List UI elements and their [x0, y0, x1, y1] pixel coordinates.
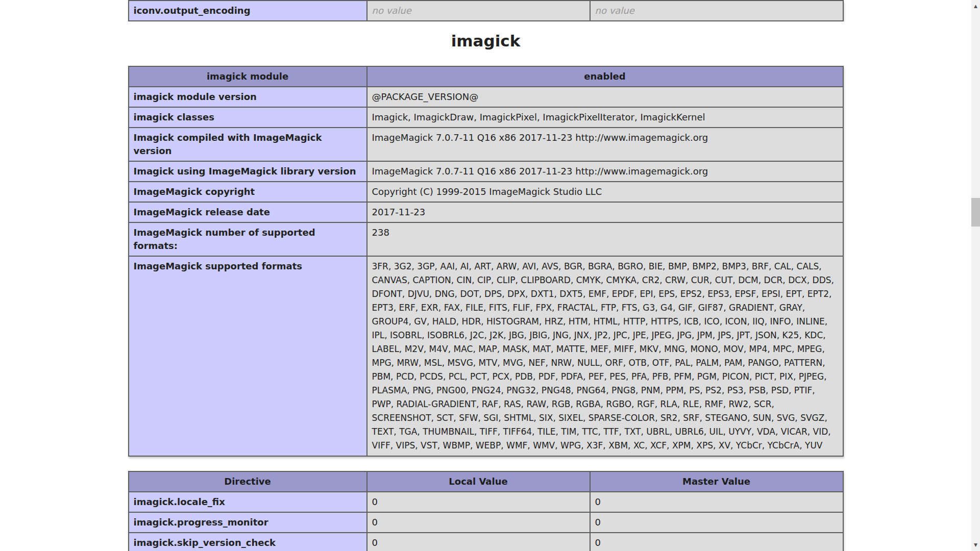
imagick-module-table: imagick module enabled imagick module ve… [128, 66, 844, 457]
table-row: ImageMagick release date 2017-11-23 [129, 202, 843, 222]
row-label-cell: ImageMagick supported formats [129, 256, 367, 456]
directive-cell: imagick.progress_monitor [129, 512, 367, 533]
table-row: Imagick using ImageMagick library versio… [129, 161, 843, 182]
iconv-table-tail: iconv.output_encoding no value no value [0, 0, 971, 21]
module-table-header-status: enabled [367, 66, 843, 87]
master-value-cell: no value [590, 1, 843, 21]
row-label-cell: Imagick compiled with ImageMagick versio… [129, 128, 367, 161]
directives-header-directive: Directive [129, 471, 367, 492]
table-row: imagick module version @PACKAGE_VERSION@ [129, 87, 843, 107]
page-content: iconv.output_encoding no value no value … [0, 0, 971, 551]
table-header-row: imagick module enabled [129, 66, 843, 87]
table-row: ImageMagick copyright Copyright (C) 1999… [129, 182, 843, 202]
vertical-scrollbar[interactable]: ▲ ▼ [971, 0, 980, 551]
local-value-cell: 0 [367, 512, 590, 533]
local-value-cell: 0 [367, 533, 590, 551]
no-value-text: no value [595, 5, 634, 16]
directive-cell: iconv.output_encoding [129, 1, 367, 21]
table-gap [0, 457, 971, 471]
row-label-cell: ImageMagick copyright [129, 182, 367, 202]
master-value-cell: 0 [590, 492, 843, 512]
row-value-cell: 2017-11-23 [367, 202, 843, 222]
section-heading-imagick: imagick [0, 32, 971, 50]
row-label-cell: Imagick using ImageMagick library versio… [129, 161, 367, 182]
table-row: imagick.locale_fix 0 0 [129, 492, 843, 512]
row-label-cell: ImageMagick number of supported formats: [129, 222, 367, 256]
module-table-header-name: imagick module [129, 66, 367, 87]
local-value-cell: 0 [367, 492, 590, 512]
directives-header-master: Master Value [590, 471, 843, 492]
row-value-cell: 238 [367, 222, 843, 256]
iconv-output-encoding-row: iconv.output_encoding no value no value [129, 1, 843, 21]
table-row: imagick.progress_monitor 0 0 [129, 512, 843, 533]
table-row: ImageMagick number of supported formats:… [129, 222, 843, 256]
table-row: imagick classes Imagick, ImagickDraw, Im… [129, 107, 843, 128]
table-header-row: Directive Local Value Master Value [129, 471, 843, 492]
scroll-up-icon: ▲ [974, 4, 977, 9]
row-value-cell: ImageMagick 7.0.7-11 Q16 x86 2017-11-23 … [367, 128, 843, 161]
scrollbar-thumb[interactable] [971, 198, 980, 227]
table-row-supported-formats: ImageMagick supported formats 3FR, 3G2, … [129, 256, 843, 456]
row-label-cell: ImageMagick release date [129, 202, 367, 222]
local-value-cell: no value [367, 1, 590, 21]
scroll-down-button[interactable]: ▼ [971, 540, 980, 550]
directive-cell: imagick.skip_version_check [129, 533, 367, 551]
iconv-table: iconv.output_encoding no value no value [128, 0, 844, 21]
supported-formats-value-cell: 3FR, 3G2, 3GP, AAI, AI, ART, ARW, AVI, A… [367, 256, 843, 456]
phpinfo-page: iconv.output_encoding no value no value … [0, 0, 980, 551]
row-value-cell: ImageMagick 7.0.7-11 Q16 x86 2017-11-23 … [367, 161, 843, 182]
row-value-cell: @PACKAGE_VERSION@ [367, 87, 843, 107]
directive-cell: imagick.locale_fix [129, 492, 367, 512]
row-label-cell: imagick classes [129, 107, 367, 128]
imagick-directives-table: Directive Local Value Master Value imagi… [128, 471, 844, 551]
scroll-down-icon: ▼ [974, 543, 977, 547]
no-value-text: no value [372, 5, 411, 16]
scroll-up-button[interactable]: ▲ [971, 1, 980, 11]
master-value-cell: 0 [590, 512, 843, 533]
master-value-cell: 0 [590, 533, 843, 551]
table-row: Imagick compiled with ImageMagick versio… [129, 128, 843, 161]
table-row: imagick.skip_version_check 0 0 [129, 533, 843, 551]
directives-header-local: Local Value [367, 471, 590, 492]
row-value-cell: Imagick, ImagickDraw, ImagickPixel, Imag… [367, 107, 843, 128]
row-label-cell: imagick module version [129, 87, 367, 107]
row-value-cell: Copyright (C) 1999-2015 ImageMagick Stud… [367, 182, 843, 202]
